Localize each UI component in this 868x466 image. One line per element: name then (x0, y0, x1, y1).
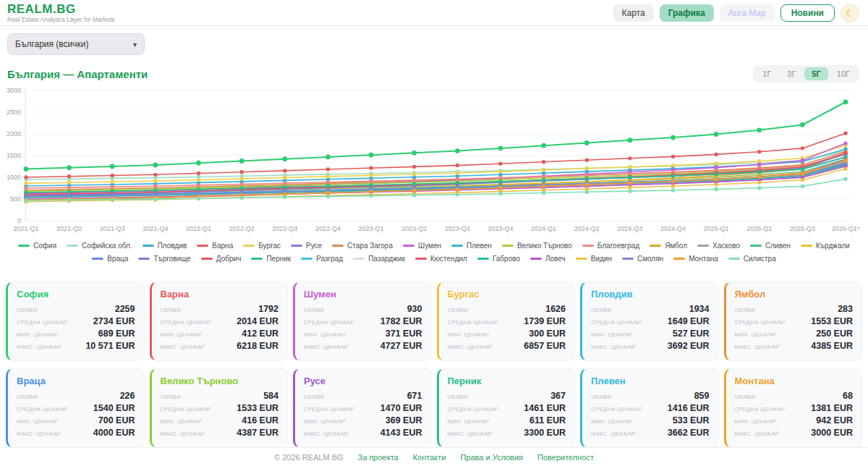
stat-row-max-price: МАКС. ЦЕНА/М² 3000 EUR (735, 428, 854, 438)
footer-links: За проектаКонтактиПрава и УсловияПоверит… (358, 453, 594, 462)
data-point (671, 164, 675, 167)
legend-item-Благоевград[interactable]: Благоевград (582, 240, 639, 251)
legend-label: Пловдив (158, 240, 187, 251)
legend-item-София[interactable]: София (18, 240, 56, 251)
nav-news-button[interactable]: Новини (780, 4, 835, 22)
y-tick-label: 500 (10, 195, 21, 203)
x-tick-label: 2023-Q3 (445, 225, 470, 232)
stat-value: 1934 (689, 304, 710, 314)
legend-dash-icon (750, 245, 762, 247)
stat-label: МАКС. ЦЕНА/М² (448, 431, 493, 437)
stat-label: МАКС. ЦЕНА/М² (161, 431, 205, 437)
legend-item-Перник[interactable]: Перник (251, 253, 291, 264)
footer-link-Контакти[interactable]: Контакти (413, 453, 446, 462)
data-point (239, 177, 243, 180)
stat-label: ОБЯВИ (735, 394, 755, 400)
stat-label: ОБЯВИ (161, 394, 181, 400)
range-button-3Г[interactable]: 3Г (780, 67, 803, 80)
stat-value: 1416 EUR (668, 403, 710, 413)
stat-label: ОБЯВИ (304, 394, 324, 400)
data-point (801, 167, 804, 171)
data-point (542, 168, 545, 171)
legend-item-Хасково[interactable]: Хасково (697, 240, 740, 251)
theme-toggle-button[interactable]: ☾ (841, 4, 859, 22)
legend-dash-icon (673, 258, 685, 260)
range-button-5Г[interactable]: 5Г (804, 67, 827, 80)
data-point (498, 186, 502, 190)
legend-item-Габрово[interactable]: Габрово (477, 253, 520, 264)
range-button-1Г[interactable]: 1Г (755, 67, 778, 80)
legend-label: Пазарджик (368, 253, 405, 264)
data-point (800, 122, 805, 127)
legend-item-Стара Загора[interactable]: Стара Загора (332, 240, 393, 251)
stat-value: 4387 EUR (237, 428, 278, 438)
legend-item-Силистра[interactable]: Силистра (728, 253, 776, 264)
legend-dash-icon (138, 258, 150, 260)
nav-map-button[interactable]: Карта (613, 4, 654, 22)
legend-item-Варна[interactable]: Варна (197, 240, 233, 251)
app-footer: © 2026 REALM.BG За проектаКонтактиПрава … (0, 447, 868, 466)
data-point (326, 180, 330, 184)
legend-dash-icon (301, 258, 312, 260)
legend-item-Враца[interactable]: Враца (92, 253, 128, 264)
legend-item-Ловеч[interactable]: Ловеч (530, 253, 566, 264)
footer-link-За проекта[interactable]: За проекта (358, 453, 399, 462)
data-point (239, 196, 243, 200)
data-point (412, 165, 416, 169)
footer-link-Поверителност[interactable]: Поверителност (537, 453, 594, 462)
data-point (542, 174, 545, 178)
data-point (542, 185, 545, 188)
legend-item-Сливен[interactable]: Сливен (750, 240, 791, 251)
city-card: Пловдив ОБЯВИ 1934 СРЕДНА ЦЕНА/М² 1649 E… (580, 281, 719, 361)
data-point (111, 189, 114, 192)
footer-link-Права и Условия[interactable]: Права и Условия (460, 453, 523, 462)
stat-row-avg-price: СРЕДНА ЦЕНА/М² 1533 EUR (161, 403, 279, 413)
legend-item-Пловдив[interactable]: Пловдив (142, 240, 187, 251)
stat-label: МАКС. ЦЕНА/М² (591, 431, 636, 437)
legend-item-Плевен[interactable]: Плевен (451, 240, 492, 251)
stat-label: СРЕДНА ЦЕНА/М² (161, 319, 211, 326)
legend-item-Велико Търново[interactable]: Велико Търново (502, 240, 572, 251)
data-point (456, 192, 459, 196)
legend-item-Видин[interactable]: Видин (576, 253, 612, 264)
stat-label: СРЕДНА ЦЕНА/М² (591, 406, 642, 412)
stat-row-listings: ОБЯВИ 859 (591, 391, 710, 401)
range-button-10Г[interactable]: 10Г (830, 67, 857, 80)
legend-item-Софийска обл.[interactable]: Софийска обл. (67, 240, 132, 251)
legend-item-Шумен[interactable]: Шумен (403, 240, 441, 251)
x-tick-label: 2021-Q2 (56, 225, 82, 232)
stat-value: 6857 EUR (524, 341, 566, 351)
data-point (757, 181, 761, 185)
data-point (584, 140, 590, 145)
legend-label: Варна (212, 240, 233, 251)
stat-label: СРЕДНА ЦЕНА/М² (17, 406, 67, 412)
legend-item-Разград[interactable]: Разград (301, 253, 343, 264)
x-tick-label: 2022-Q2 (229, 225, 255, 232)
x-tick-label: 2024-Q1 (531, 225, 556, 232)
data-point (67, 190, 71, 193)
legend-item-Добрич[interactable]: Добрич (201, 253, 242, 264)
chart-canvas[interactable]: 0500100015002000250030002021-Q12021-Q220… (0, 84, 868, 237)
stat-row-max-price: МАКС. ЦЕНА/М² 4143 EUR (304, 428, 422, 438)
legend-item-Кърджали[interactable]: Кърджали (801, 240, 850, 251)
stat-value: 226 (120, 391, 135, 401)
legend-item-Бургас[interactable]: Бургас (243, 240, 281, 251)
data-point (714, 177, 718, 181)
legend-item-Ямбол[interactable]: Ямбол (650, 240, 687, 251)
legend-item-Пазарджик[interactable]: Пазарджик (353, 253, 405, 264)
city-card-title: Ямбол (735, 289, 854, 300)
legend-item-Смолян[interactable]: Смолян (622, 253, 663, 264)
legend-item-Русе[interactable]: Русе (291, 240, 322, 251)
data-point (498, 161, 502, 165)
legend-dash-icon (142, 245, 154, 247)
nav-chart-button[interactable]: Графика (660, 4, 714, 22)
stat-value: 1461 EUR (524, 403, 566, 413)
data-point (412, 193, 416, 197)
legend-item-Кюстендил[interactable]: Кюстендил (415, 253, 467, 264)
stat-label: СРЕДНА ЦЕНА/М² (304, 406, 354, 412)
nav-aura-map-button[interactable]: Aura Map (720, 4, 775, 22)
region-select[interactable]: България (всички) ▾ (7, 33, 145, 55)
legend-dash-icon (728, 258, 740, 260)
legend-item-Монтана[interactable]: Монтана (673, 253, 718, 264)
legend-item-Търговище[interactable]: Търговище (138, 253, 190, 264)
